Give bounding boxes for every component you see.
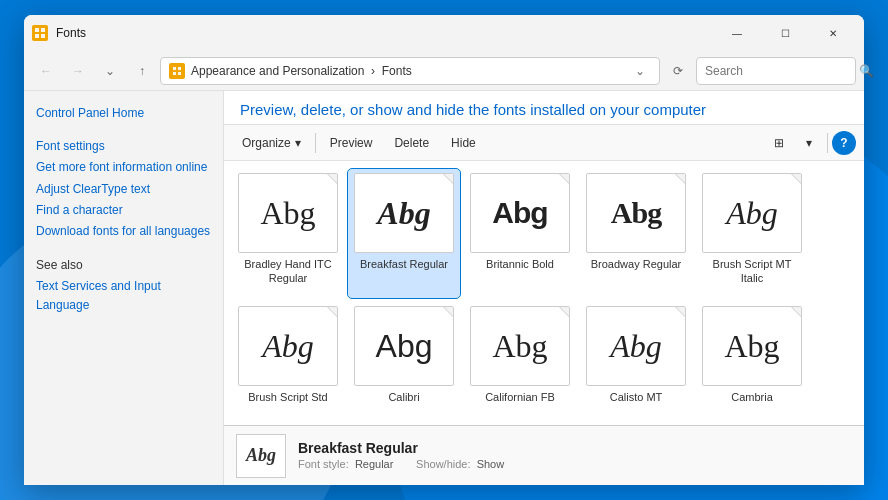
font-name-bradley-hand: Bradley Hand ITCRegular bbox=[244, 257, 331, 286]
main-area: Control Panel Home Font settings Get mor… bbox=[24, 91, 864, 485]
address-icon bbox=[169, 63, 185, 79]
svg-rect-6 bbox=[173, 72, 176, 75]
font-name-brush-script-mt: Brush Script MTItalic bbox=[713, 257, 792, 286]
sidebar-see-also-heading: See also bbox=[36, 258, 211, 272]
font-item-bradley-hand[interactable]: Abg Bradley Hand ITCRegular bbox=[232, 169, 344, 298]
help-button[interactable]: ? bbox=[832, 131, 856, 155]
svg-rect-5 bbox=[178, 67, 181, 70]
view-icon: ⊞ bbox=[774, 136, 784, 150]
window-icon bbox=[32, 25, 48, 41]
preview-font-style: Font style: Regular bbox=[298, 458, 393, 472]
search-input[interactable] bbox=[705, 64, 855, 78]
main-window: Fonts — ☐ ✕ ← → ⌄ ↑ Appearance and Perso… bbox=[24, 15, 864, 485]
back-button[interactable]: ← bbox=[32, 57, 60, 85]
sidebar-cleartype[interactable]: Adjust ClearType text bbox=[36, 179, 211, 200]
svg-rect-1 bbox=[41, 28, 45, 32]
preview-thumbnail: Abg bbox=[236, 434, 286, 478]
search-box: 🔍 bbox=[696, 57, 856, 85]
toolbar-separator-1 bbox=[315, 133, 316, 153]
sidebar-control-panel-home[interactable]: Control Panel Home bbox=[36, 103, 211, 124]
forward-button[interactable]: → bbox=[64, 57, 92, 85]
sidebar: Control Panel Home Font settings Get mor… bbox=[24, 91, 224, 485]
font-preview-breakfast: Abg bbox=[354, 173, 454, 253]
sidebar-download-fonts[interactable]: Download fonts for all languages bbox=[36, 221, 211, 242]
font-grid: Abg Bradley Hand ITCRegular Abg Breakfas… bbox=[224, 161, 864, 425]
font-name-californian: Californian FB bbox=[485, 390, 555, 404]
preview-font-name: Breakfast Regular bbox=[298, 440, 504, 456]
refresh-button[interactable]: ⟳ bbox=[664, 57, 692, 85]
toolbar-separator-2 bbox=[827, 133, 828, 153]
preview-button[interactable]: Preview bbox=[320, 129, 383, 157]
search-icon: 🔍 bbox=[859, 64, 874, 78]
font-item-brush-script-mt[interactable]: Abg Brush Script MTItalic bbox=[696, 169, 808, 298]
organize-label: Organize bbox=[242, 136, 291, 150]
font-item-calisto[interactable]: Abg Calisto MT bbox=[580, 302, 692, 417]
font-name-breakfast: Breakfast Regular bbox=[360, 257, 448, 271]
svg-rect-3 bbox=[41, 34, 45, 38]
showhide-label: Show/hide: bbox=[416, 458, 470, 470]
showhide-value: Show bbox=[477, 458, 505, 470]
delete-button[interactable]: Delete bbox=[384, 129, 439, 157]
font-item-broadway[interactable]: Abg Broadway Regular bbox=[580, 169, 692, 298]
sidebar-get-font-info[interactable]: Get more font information online bbox=[36, 157, 211, 178]
sidebar-find-character[interactable]: Find a character bbox=[36, 200, 211, 221]
font-name-brush-script-std: Brush Script Std bbox=[248, 390, 327, 404]
font-preview-britannic: Abg bbox=[470, 173, 570, 253]
svg-rect-7 bbox=[178, 72, 181, 75]
font-item-brush-script-std[interactable]: Abg Brush Script Std bbox=[232, 302, 344, 417]
font-item-californian[interactable]: Abg Californian FB bbox=[464, 302, 576, 417]
font-preview-calisto: Abg bbox=[586, 306, 686, 386]
font-style-label: Font style: bbox=[298, 458, 349, 470]
svg-rect-0 bbox=[35, 28, 39, 32]
font-name-calisto: Calisto MT bbox=[610, 390, 663, 404]
font-item-breakfast[interactable]: Abg Breakfast Regular bbox=[348, 169, 460, 298]
font-preview-calibri: Abg bbox=[354, 306, 454, 386]
preview-thumb-text: Abg bbox=[246, 445, 276, 466]
addressbar: ← → ⌄ ↑ Appearance and Personalization ›… bbox=[24, 51, 864, 91]
font-preview-broadway: Abg bbox=[586, 173, 686, 253]
window-controls: — ☐ ✕ bbox=[714, 17, 856, 49]
address-box: Appearance and Personalization › Fonts ⌄ bbox=[160, 57, 660, 85]
organize-chevron-icon: ▾ bbox=[295, 136, 301, 150]
font-name-broadway: Broadway Regular bbox=[591, 257, 682, 271]
font-preview-californian: Abg bbox=[470, 306, 570, 386]
content-header: Preview, delete, or show and hide the fo… bbox=[224, 91, 864, 125]
font-style-value: Regular bbox=[355, 458, 394, 470]
preview-showhide: Show/hide: Show bbox=[416, 458, 504, 472]
font-preview-brush-script-std: Abg bbox=[238, 306, 338, 386]
font-name-calibri: Calibri bbox=[388, 390, 419, 404]
up-button[interactable]: ↑ bbox=[128, 57, 156, 85]
font-preview-cambria: Abg bbox=[702, 306, 802, 386]
font-name-britannic: Britannic Bold bbox=[486, 257, 554, 271]
content-area: Preview, delete, or show and hide the fo… bbox=[224, 91, 864, 485]
svg-rect-4 bbox=[173, 67, 176, 70]
titlebar: Fonts — ☐ ✕ bbox=[24, 15, 864, 51]
address-chevron-icon[interactable]: ⌄ bbox=[635, 64, 651, 78]
font-preview-brush-script-mt: Abg bbox=[702, 173, 802, 253]
maximize-button[interactable]: ☐ bbox=[762, 17, 808, 49]
hide-button[interactable]: Hide bbox=[441, 129, 486, 157]
preview-info: Breakfast Regular Font style: Regular Sh… bbox=[298, 440, 504, 472]
font-item-calibri[interactable]: Abg Calibri bbox=[348, 302, 460, 417]
font-name-cambria: Cambria bbox=[731, 390, 773, 404]
address-path: Appearance and Personalization › Fonts bbox=[191, 64, 629, 78]
window-title: Fonts bbox=[56, 26, 706, 40]
sidebar-section-main: Control Panel Home Font settings Get mor… bbox=[24, 103, 223, 317]
sidebar-text-services[interactable]: Text Services and Input Language bbox=[36, 276, 211, 316]
organize-button[interactable]: Organize ▾ bbox=[232, 129, 311, 157]
view-dropdown-icon: ▾ bbox=[806, 136, 812, 150]
font-item-britannic[interactable]: Abg Britannic Bold bbox=[464, 169, 576, 298]
sidebar-font-settings[interactable]: Font settings bbox=[36, 136, 211, 157]
svg-rect-2 bbox=[35, 34, 39, 38]
toolbar: Organize ▾ Preview Delete Hide ⊞ ▾ ? bbox=[224, 125, 864, 161]
font-preview-bradley-hand: Abg bbox=[238, 173, 338, 253]
minimize-button[interactable]: — bbox=[714, 17, 760, 49]
preview-bar: Abg Breakfast Regular Font style: Regula… bbox=[224, 425, 864, 485]
page-title: Preview, delete, or show and hide the fo… bbox=[240, 101, 848, 118]
view-button[interactable]: ⊞ bbox=[765, 129, 793, 157]
close-button[interactable]: ✕ bbox=[810, 17, 856, 49]
font-item-cambria[interactable]: Abg Cambria bbox=[696, 302, 808, 417]
view-dropdown-button[interactable]: ▾ bbox=[795, 129, 823, 157]
preview-meta: Font style: Regular Show/hide: Show bbox=[298, 458, 504, 472]
dropdown-button[interactable]: ⌄ bbox=[96, 57, 124, 85]
